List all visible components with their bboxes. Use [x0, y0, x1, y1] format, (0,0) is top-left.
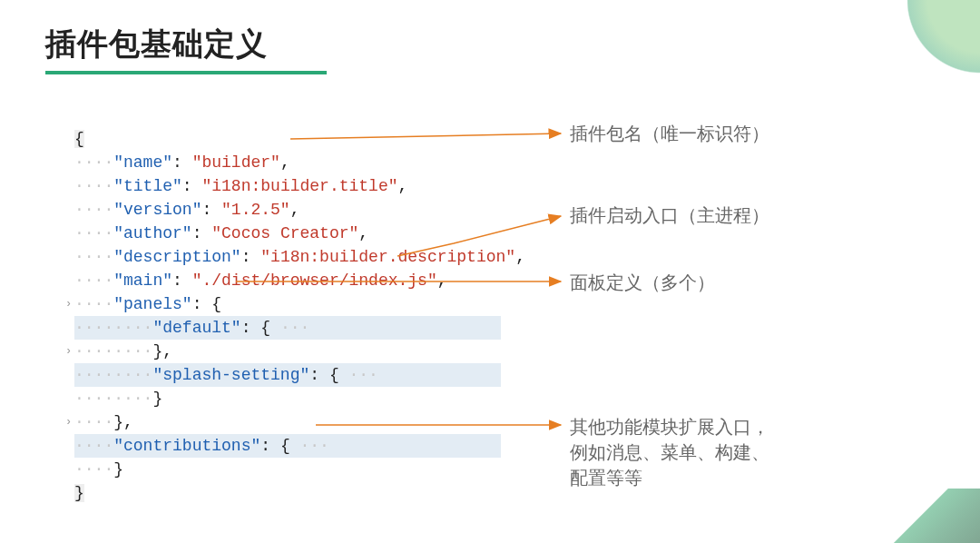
decorative-corner-top	[907, 0, 980, 109]
decorative-corner-bottom	[889, 489, 980, 543]
json-key-description: "description"	[113, 248, 240, 266]
annotation-package-name: 插件包名（唯一标识符）	[570, 122, 769, 146]
json-val-description: "i18n:builder.description"	[260, 248, 515, 266]
title-underline	[45, 71, 327, 74]
json-key-panels: "panels"	[113, 295, 191, 313]
close-brace: }	[74, 484, 84, 502]
json-key-splash: "splash-setting"	[152, 366, 309, 384]
json-val-author: "Cocos Creator"	[211, 224, 358, 242]
json-key-default: "default"	[152, 319, 240, 337]
json-key-name: "name"	[113, 153, 172, 172]
code-block: { ····"name": "builder", ····"title": "i…	[74, 104, 525, 505]
annotation-panels: 面板定义（多个）	[570, 271, 715, 295]
open-brace: {	[74, 130, 84, 148]
fold-marker-icon: ›	[65, 340, 72, 363]
json-key-author: "author"	[113, 224, 191, 242]
json-val-title: "i18n:builder.title"	[201, 177, 397, 195]
slide-title: 插件包基础定义	[45, 24, 268, 65]
annotation-main-entry: 插件启动入口（主进程）	[570, 203, 769, 228]
json-key-main: "main"	[113, 272, 172, 290]
json-key-title: "title"	[113, 177, 182, 195]
json-val-name: "builder"	[192, 153, 280, 172]
folded-row-splash: ········"splash-setting": { ···	[74, 363, 501, 387]
folded-row-default: ········"default": { ···	[74, 316, 501, 340]
annotation-contributions: 其他功能模块扩展入口， 例如消息、菜单、构建、 配置等等	[570, 414, 769, 490]
json-key-version: "version"	[113, 201, 201, 219]
json-val-main: "./dist/browser/index.js"	[192, 272, 437, 290]
folded-row-contributions: ····"contributions": { ···	[74, 434, 501, 458]
json-val-version: "1.2.5"	[221, 201, 290, 219]
json-key-contributions: "contributions"	[113, 437, 260, 455]
fold-marker-icon: ›	[65, 292, 72, 316]
fold-marker-icon: ›	[65, 410, 72, 434]
